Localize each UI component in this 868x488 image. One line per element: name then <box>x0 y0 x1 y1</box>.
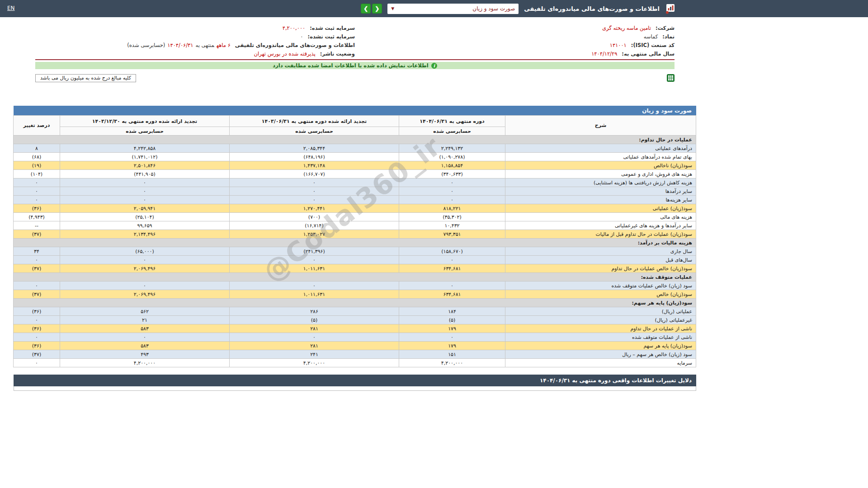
value-restated-yearend: ۰ <box>60 196 230 204</box>
info-value: ۶ ماههمنتهی به۱۴۰۴/۰۶/۳۱(حسابرسی شده) <box>125 42 231 48</box>
value-percent-change: ۰ <box>14 316 60 324</box>
income-statement-head: شرح دوره منتهی به ۱۴۰۴/۰۶/۳۱ تجدید ارائه… <box>14 116 696 136</box>
value-restated-midyear: ۱,۰۱۱,۶۳۱ <box>230 264 399 273</box>
column-header-percent-change: درصد تغییر <box>14 116 60 136</box>
data-row: سود(زیان) خالص۶۳۴,۶۸۱۱,۰۱۱,۶۳۱۲,۰۶۹,۴۹۶(… <box>14 290 696 299</box>
value-restated-yearend: ۲,۰۶۹,۴۹۶ <box>60 290 230 299</box>
data-row: هزینه کاهش ارزش دریافتنی ها (هزینه استثن… <box>14 178 696 187</box>
value-percent-change: (۳۷) <box>14 290 60 299</box>
value-percent-change: ۰ <box>14 187 60 196</box>
data-row: بهای تمام شده درآمدهای عملیاتی(۱,۰۹۰,۲۷۸… <box>14 153 696 161</box>
value-restated-midyear: ۰ <box>230 282 399 290</box>
excel-export-icon[interactable] <box>667 74 675 82</box>
value-current-period: ۷۹۳,۳۵۱ <box>399 230 505 239</box>
value-current-period: ۰ <box>399 282 505 290</box>
value-current-period: ۰ <box>399 196 505 204</box>
value-percent-change: ۰ <box>14 256 60 264</box>
info-value-segment: کماسه <box>644 33 658 40</box>
column-header-desc: شرح <box>505 116 696 136</box>
info-value-segment: ۶ ماهه <box>217 42 231 48</box>
value-restated-yearend: ۵۸۳ <box>60 342 230 350</box>
info-value: ۴,۲۰۰,۰۰۰ <box>280 25 306 31</box>
data-row: ناشی از عملیات متوقف شده۰۰۰۰ <box>14 333 696 342</box>
value-current-period: ۱۷۹ <box>399 324 505 333</box>
data-row: سایر درآمدها و هزینه های غیرعملیاتی۱۰,۴۳… <box>14 221 696 230</box>
value-restated-midyear: ۴,۲۰۰,۰۰۰ <box>230 359 399 367</box>
statement-type-select-value: صورت سود و زیان <box>472 5 515 12</box>
row-label: بهای تمام شده درآمدهای عملیاتی <box>505 153 696 161</box>
nav-back-button[interactable]: ❮ <box>361 4 371 14</box>
company-info-row: کد صنعت (ISIC):۱۴۱۰۰۱ <box>355 41 675 49</box>
row-label: سود(زیان) ناخالص <box>505 161 696 170</box>
value-restated-yearend: ۲,۵۰۱,۸۴۶ <box>60 161 230 170</box>
amounts-unit-note: کلیه مبالغ درج شده به میلیون ریال می باش… <box>35 74 136 82</box>
value-restated-yearend: (۱,۷۴۱,۰۱۲) <box>60 153 230 161</box>
value-restated-yearend: ۲,۱۳۴,۴۹۶ <box>60 230 230 239</box>
company-info-row: سرمایه ثبت نشده:۰ <box>35 32 355 41</box>
value-percent-change: (۶۸) <box>14 153 60 161</box>
company-info-row: وضعیت ناشر:پذیرفته شده در بورس تهران <box>35 49 355 58</box>
row-label: سود(زیان) پایه هر سهم <box>505 342 696 350</box>
value-restated-midyear: ۲,۰۸۵,۳۴۴ <box>230 144 399 153</box>
value-restated-yearend: ۵۸۳ <box>60 324 230 333</box>
value-current-period: ۸۱۸,۲۲۱ <box>399 204 505 213</box>
data-row: سود(زیان) خالص عملیات در حال تداوم۶۳۴,۶۸… <box>14 264 696 273</box>
info-value-segment: ۱۴۰۴/۰۶/۳۱ <box>167 42 193 48</box>
company-info-row: شرکت:تامین ماسه ریخته گری <box>355 23 675 32</box>
value-percent-change: (۴,۹۴۳) <box>14 213 60 221</box>
codal-logo-icon[interactable] <box>665 3 676 14</box>
section-header-row: عملیات در حال تداوم: <box>14 136 696 144</box>
value-percent-change: ۰ <box>14 282 60 290</box>
row-label: ناشی از عملیات متوقف شده <box>505 333 696 342</box>
section-header-row: عملیات متوقف شده: <box>14 273 696 282</box>
value-percent-change: ۸ <box>14 144 60 153</box>
value-restated-midyear: ۰ <box>230 187 399 196</box>
value-current-period: ۱۷۹ <box>399 342 505 350</box>
value-restated-midyear: ۱,۰۱۱,۶۳۱ <box>230 290 399 299</box>
value-current-period: ۱۸۴ <box>399 307 505 316</box>
value-percent-change: (۳۶) <box>14 324 60 333</box>
value-current-period: ۱۵۱ <box>399 350 505 359</box>
value-restated-yearend: ۲۱ <box>60 316 230 324</box>
info-value: پذیرفته شده در بورس تهران <box>252 51 316 57</box>
row-label: هزینه کاهش ارزش دریافتنی ها (هزینه استثن… <box>505 178 696 187</box>
value-current-period: (۱۵۸,۶۷۰) <box>399 247 505 256</box>
row-label: سود (زیان) خالص عملیات متوقف شده <box>505 282 696 290</box>
row-label: ناشی از عملیات در حال تداوم <box>505 324 696 333</box>
data-row: سود (زیان) خالص عملیات متوقف شده۰۰۰۰ <box>14 282 696 290</box>
value-percent-change: ۰ <box>14 359 60 367</box>
value-current-period: (۳۵,۳۰۲) <box>399 213 505 221</box>
info-label: شرکت: <box>656 25 675 31</box>
value-restated-yearend: ۵۶۲ <box>60 307 230 316</box>
row-label: سال جاری <box>505 247 696 256</box>
info-value: ۰ <box>298 33 303 40</box>
statement-type-select[interactable]: صورت سود و زیان ▼ <box>387 4 519 14</box>
footnote-content-box <box>14 386 696 391</box>
value-restated-yearend: ۰ <box>60 178 230 187</box>
company-info-row: اطلاعات و صورت‌های مالی میاندوره‌ای تلفی… <box>35 41 355 49</box>
row-label: سایر درآمدها و هزینه های غیرعملیاتی <box>505 221 696 230</box>
info-value-segment: ۴,۲۰۰,۰۰۰ <box>283 25 306 31</box>
info-label: کد صنعت (ISIC): <box>631 42 675 48</box>
subheader-audited: حسابرسی شده <box>230 127 399 136</box>
info-value-segment: منتهی به <box>195 42 214 48</box>
table-header-row: شرح دوره منتهی به ۱۴۰۴/۰۶/۳۱ تجدید ارائه… <box>14 116 696 127</box>
section-label: سود(زیان) پایه هر سهم: <box>14 299 696 307</box>
nav-forward-button[interactable]: ❯ <box>372 4 382 14</box>
value-percent-change: ۰ <box>14 178 60 187</box>
info-value-segment: ۱۴۱۰۰۱ <box>610 42 627 48</box>
row-label: سایر درآمدها <box>505 187 696 196</box>
value-percent-change: -- <box>14 221 60 230</box>
company-info-row: سرمایه ثبت شده:۴,۲۰۰,۰۰۰ <box>35 23 355 32</box>
value-current-period: ۰ <box>399 333 505 342</box>
subheader-audited: حسابرسی شده <box>60 127 230 136</box>
data-row: غیرعملیاتی (ریال)(۵)(۵)۲۱۰ <box>14 316 696 324</box>
info-label: سرمایه ثبت نشده: <box>308 33 355 40</box>
section-label: عملیات در حال تداوم: <box>14 136 696 144</box>
data-row: هزینه های فروش، اداری و عمومی(۳۴۰,۶۳۳)(۱… <box>14 170 696 178</box>
data-row: سود(زیان) پایه هر سهم۱۷۹۲۸۱۵۸۳(۳۶) <box>14 342 696 350</box>
value-current-period: ۱۰,۴۳۲ <box>399 221 505 230</box>
main-content: شرکت:تامین ماسه ریخته گرینماد:کماسهکد صن… <box>14 17 696 391</box>
note-row: کلیه مبالغ درج شده به میلیون ریال می باش… <box>35 74 675 82</box>
value-restated-midyear: ۰ <box>230 256 399 264</box>
